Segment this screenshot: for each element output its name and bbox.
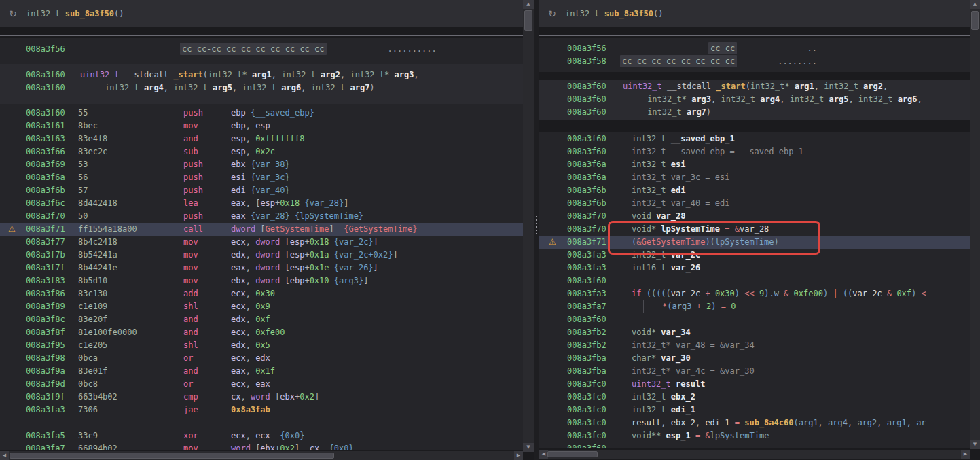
token[interactable]: [247, 70, 252, 79]
address[interactable]: 008a3f9f: [26, 391, 78, 404]
token[interactable]: ,: [246, 340, 255, 350]
prototype-row[interactable]: 008a3f60uint32_t __stdcall _start(int32_…: [539, 80, 970, 93]
disasm-row[interactable]: 008a3fa766894b02movword [ebx+0x2], cx {0…: [0, 442, 523, 450]
token[interactable]: cx: [310, 444, 319, 450]
token[interactable]: [329, 237, 334, 247]
token[interactable]: var_26: [671, 263, 700, 272]
address[interactable]: 008a3f6a: [567, 158, 632, 171]
instruction-bytes[interactable]: 663b4b02: [78, 391, 183, 404]
address[interactable]: 008a3f60: [567, 80, 623, 93]
address[interactable]: 008a3fc0: [567, 404, 632, 417]
mnemonic[interactable]: push: [183, 184, 231, 197]
address[interactable]: 008a3f98: [26, 352, 78, 365]
token[interactable]: (: [203, 70, 208, 79]
address[interactable]: 008a3f60: [26, 82, 80, 94]
address[interactable]: 008a3fba: [567, 352, 632, 365]
right-horizontal-scrollbar[interactable]: ◀ ▶: [539, 450, 970, 459]
token[interactable]: [246, 211, 251, 221]
decomp-row[interactable]: 008a3fb2int32_t* var_48 = &var_34: [539, 339, 970, 352]
address[interactable]: 008a3f60: [26, 69, 80, 82]
token[interactable]: uint32_t: [80, 70, 120, 79]
token[interactable]: ,: [246, 289, 255, 298]
token[interactable]: 0x10: [310, 276, 329, 285]
token[interactable]: [691, 302, 696, 311]
token[interactable]: int32_t: [632, 405, 666, 414]
token[interactable]: [246, 108, 251, 118]
instruction-bytes[interactable]: 66894b02: [78, 442, 183, 450]
token[interactable]: (: [793, 418, 798, 427]
address[interactable]: 008a3fa3: [567, 249, 632, 262]
token[interactable]: [838, 289, 843, 298]
address[interactable]: 008a3fa5: [26, 429, 78, 442]
mnemonic[interactable]: mov: [183, 275, 231, 287]
mnemonic[interactable]: sub: [183, 145, 231, 158]
token[interactable]: ): [711, 302, 716, 311]
token[interactable]: ,: [246, 237, 255, 247]
token[interactable]: ,: [246, 302, 255, 311]
token[interactable]: 0xfe00: [255, 328, 285, 337]
token[interactable]: eax: [231, 263, 246, 272]
token[interactable]: [80, 83, 105, 92]
token[interactable]: ,: [246, 121, 255, 130]
decomp-row[interactable]: 008a3fa3int32_t var_2c: [539, 249, 970, 262]
token[interactable]: __saved_ebp_1: [671, 134, 735, 143]
token[interactable]: 0xfe00: [794, 289, 823, 298]
token[interactable]: ,: [164, 83, 173, 92]
token[interactable]: [246, 173, 251, 182]
disasm-row[interactable]: 008a3f9d0bc8orecx, eax: [0, 378, 523, 391]
token[interactable]: ecx: [231, 328, 246, 337]
token[interactable]: 0x9: [255, 302, 270, 311]
decomp-row[interactable]: 008a3f70void* lpSystemTime = &var_28: [539, 223, 970, 236]
decomp-row[interactable]: 008a3f6bint32_t edi: [539, 184, 970, 197]
mnemonic[interactable]: mov: [183, 262, 231, 275]
token[interactable]: [730, 418, 735, 427]
disasm-row[interactable]: 008a3f778b4c2418movecx, dword [esp+0x18 …: [0, 236, 523, 249]
decomp-row[interactable]: 008a3fc0int32_t ebx_2: [539, 391, 970, 404]
token[interactable]: ecx: [231, 431, 246, 440]
token[interactable]: &: [705, 431, 710, 440]
token[interactable]: word: [251, 392, 270, 402]
token[interactable]: [: [255, 224, 265, 234]
disasm-row[interactable]: 008a3f6383e4f8andesp, 0xfffffff8: [0, 132, 523, 145]
token[interactable]: int32_t*: [647, 94, 687, 104]
token[interactable]: [270, 431, 280, 440]
token[interactable]: ,: [272, 70, 281, 79]
token[interactable]: int32_t: [790, 94, 824, 104]
token[interactable]: esp: [290, 237, 305, 247]
mnemonic[interactable]: xor: [183, 429, 231, 442]
token[interactable]: 0x8a3fab: [231, 405, 270, 414]
token[interactable]: =: [735, 418, 740, 427]
token[interactable]: 0x30: [255, 289, 275, 298]
token[interactable]: void: [632, 211, 651, 221]
token[interactable]: ]: [314, 392, 319, 402]
address[interactable]: 008a3f70: [567, 210, 632, 223]
token[interactable]: ((: [843, 289, 852, 298]
left-vertical-scrollbar[interactable]: ▲ ▼: [523, 0, 534, 452]
address[interactable]: 008a3f60: [567, 93, 623, 106]
token[interactable]: dword: [231, 224, 255, 234]
token[interactable]: void*: [632, 328, 656, 337]
address[interactable]: 008a3f86: [26, 287, 78, 300]
token[interactable]: [: [280, 250, 289, 260]
token[interactable]: var_34: [661, 328, 690, 337]
token[interactable]: ebx: [260, 444, 275, 450]
token[interactable]: dword: [255, 237, 280, 247]
disasm-row[interactable]: 008a3f6683ec2csubesp, 0x2c: [0, 145, 523, 158]
mnemonic[interactable]: mov: [183, 442, 231, 450]
token[interactable]: [710, 289, 715, 298]
token[interactable]: ebx: [231, 276, 246, 285]
disasm-row[interactable]: 008a3f7b8b54241amovedx, dword [esp+0x1a …: [0, 249, 523, 262]
token[interactable]: int32_t: [632, 392, 666, 402]
disasm-row[interactable]: 008a3fa37306jae0x8a3fab: [0, 404, 523, 417]
address[interactable]: 008a3f60: [567, 132, 632, 145]
token[interactable]: [60, 9, 65, 18]
token[interactable]: [246, 160, 251, 169]
instruction-bytes[interactable]: c1e109: [78, 300, 183, 313]
token[interactable]: 0x1e: [310, 263, 329, 272]
token[interactable]: ]: [374, 263, 378, 272]
token[interactable]: =: [725, 224, 729, 234]
token[interactable]: [916, 289, 921, 298]
token[interactable]: arg2: [857, 418, 877, 427]
function-signature[interactable]: int32_t sub_8a3f50(): [565, 9, 664, 18]
token[interactable]: ebp: [290, 276, 305, 285]
